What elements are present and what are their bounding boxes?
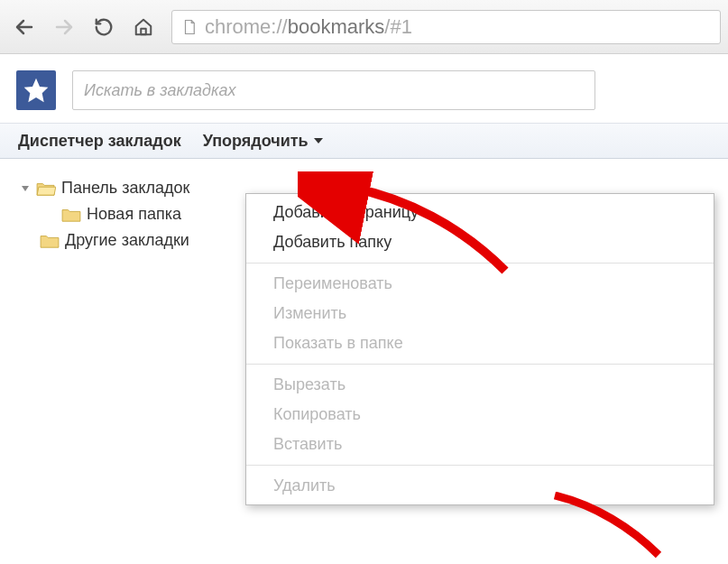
reload-button[interactable] [87, 10, 121, 44]
organize-menu-button[interactable]: Упорядочить [203, 132, 323, 151]
browser-toolbar: chrome://bookmarks/#1 [0, 0, 728, 54]
menu-copy: Копировать [246, 400, 714, 430]
content-header [0, 54, 728, 123]
organize-label: Упорядочить [203, 132, 309, 151]
manager-title: Диспетчер закладок [18, 132, 181, 151]
menu-separator [246, 263, 714, 264]
page-icon [181, 19, 198, 35]
back-button[interactable] [7, 10, 41, 44]
folder-icon [40, 233, 60, 249]
home-icon [134, 17, 153, 37]
bookmarks-logo [16, 70, 56, 110]
tree-label: Новая папка [87, 205, 181, 224]
folder-open-icon [36, 180, 56, 197]
menu-edit: Изменить [246, 299, 714, 328]
manager-bar: Диспетчер закладок Упорядочить [0, 123, 728, 159]
search-box [72, 70, 595, 110]
folder-icon [61, 207, 81, 223]
arrow-left-icon [14, 16, 35, 38]
menu-separator [246, 465, 714, 466]
organize-dropdown: Добавить страницу Добавить папку Переиме… [245, 193, 714, 505]
menu-add-page[interactable]: Добавить страницу [246, 198, 714, 227]
tree-label: Другие закладки [65, 231, 189, 250]
reload-icon [94, 17, 114, 37]
menu-delete: Удалить [246, 471, 714, 501]
address-bar[interactable]: chrome://bookmarks/#1 [171, 10, 721, 44]
menu-paste: Вставить [246, 430, 714, 459]
star-icon [22, 76, 51, 105]
arrow-right-icon [53, 16, 75, 38]
forward-button [47, 10, 81, 44]
svg-rect-2 [141, 28, 146, 33]
url-text: chrome://bookmarks/#1 [205, 15, 711, 39]
menu-add-folder[interactable]: Добавить папку [246, 227, 714, 257]
menu-separator [246, 364, 714, 365]
tree-label: Панель закладок [61, 179, 189, 198]
disclosure-triangle-icon[interactable] [22, 186, 29, 191]
svg-marker-3 [24, 79, 49, 103]
search-input[interactable] [84, 81, 584, 100]
menu-show-in-folder: Показать в папке [246, 328, 714, 358]
caret-down-icon [314, 138, 323, 143]
menu-rename: Переименовать [246, 269, 714, 299]
home-button[interactable] [126, 10, 161, 44]
menu-cut: Вырезать [246, 370, 714, 400]
